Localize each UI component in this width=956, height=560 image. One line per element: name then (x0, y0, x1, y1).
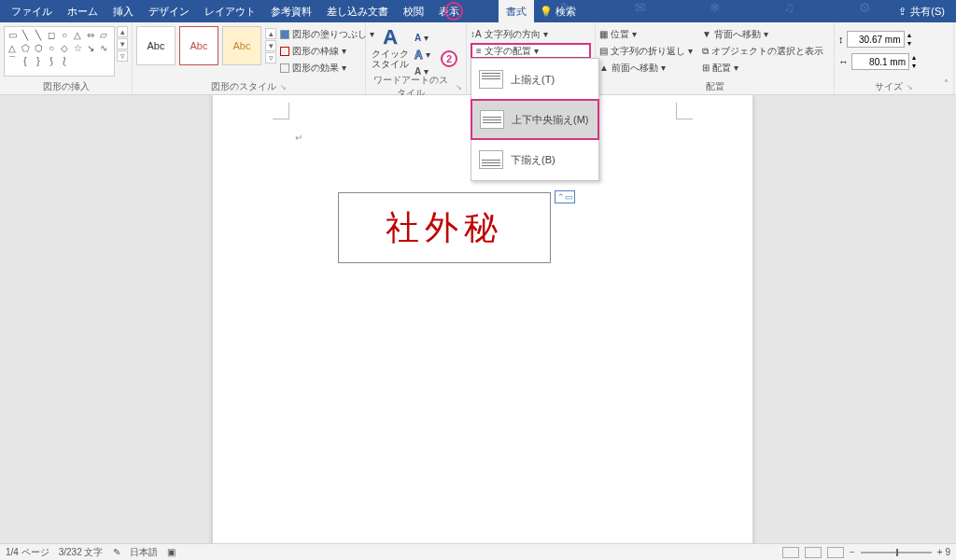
margin-corner-tr (676, 103, 693, 119)
share-button[interactable]: ⇪共有(S) (898, 0, 945, 22)
position-button[interactable]: ▦ 位置 ▾ (599, 26, 693, 42)
shape-effects-button[interactable]: 図形の効果 ▾ (278, 60, 376, 76)
word-count[interactable]: 3/232 文字 (59, 546, 104, 559)
zoom-slider[interactable] (861, 552, 932, 553)
tell-me-search[interactable]: 💡検索 (540, 0, 576, 22)
shape-style-gallery[interactable]: Abc Abc Abc ▴▾▿ (136, 26, 276, 65)
text-direction-button[interactable]: ↕A文字列の方向 ▾ (471, 26, 591, 42)
align-top-icon (479, 70, 503, 89)
tab-help[interactable] (467, 0, 499, 22)
language-status[interactable]: 日本語 (130, 546, 158, 559)
style-preset-2[interactable]: Abc (179, 26, 218, 65)
wordart-a-icon: A (383, 26, 398, 49)
spellcheck-icon[interactable]: ✎ (113, 547, 120, 557)
align-objects-button[interactable]: ⊞ 配置 ▾ (702, 60, 823, 76)
zoom-out-button[interactable]: − (850, 547, 855, 557)
align-bottom-icon (479, 150, 503, 169)
tab-references[interactable]: 参考資料 (263, 0, 319, 22)
collapse-ribbon-icon[interactable]: ˄ (939, 77, 952, 90)
tab-review[interactable]: 校閲 (396, 0, 431, 22)
text-align-dropdown[interactable]: ≡文字の配置 ▾ (471, 43, 591, 59)
shape-fill-button[interactable]: 図形の塗りつぶし ▾ (278, 26, 376, 42)
send-backward-button[interactable]: ▼ 背面へ移動 ▾ (702, 26, 823, 42)
view-web-icon[interactable] (827, 547, 844, 558)
ribbon-tabs: ✎✉❄♫⚙ ファイル ホーム 挿入 デザイン レイアウト 参考資料 差し込み文書… (0, 0, 956, 22)
align-middle-icon (480, 110, 504, 129)
dialog-launcher-icon[interactable]: ↘ (280, 83, 287, 91)
status-bar: 1/4 ページ 3/232 文字 ✎ 日本語 ▣ − + 9 (0, 543, 956, 560)
text-outline-button[interactable]: A ▾ (413, 47, 432, 63)
paragraph-mark: ↵ (295, 133, 302, 143)
bring-forward-button[interactable]: ▲ 前面へ移動 ▾ (599, 60, 693, 76)
tab-insert[interactable]: 挿入 (105, 0, 141, 22)
height-input-row: ↕ ▴▾ (838, 30, 911, 49)
macro-icon[interactable]: ▣ (167, 547, 176, 557)
style-preset-1[interactable]: Abc (136, 26, 176, 65)
tab-layout[interactable]: レイアウト (197, 0, 263, 22)
callout-1: 1 (444, 2, 463, 21)
zoom-label[interactable]: + 9 (937, 547, 950, 557)
group-insert-shapes: ▭╲╲◻○△⇔ ▱△⬠⬡○◇☆ ↘∿⌒{}⟆⟅ ▴▾▿ 図形の挿入 (0, 22, 133, 94)
align-bottom-item[interactable]: 下揃え(B) (471, 139, 598, 180)
width-icon: ↔ (838, 56, 849, 67)
wordart-quickstyle-button[interactable]: A クイック スタイル (370, 26, 411, 69)
width-input[interactable] (851, 53, 909, 70)
tab-format[interactable]: 書式 (499, 0, 534, 22)
group-wordart-styles: A クイック スタイル A ▾ A ▾ A ▾ 2 ワードアートのスタイル↘ (366, 22, 467, 94)
wrap-text-button[interactable]: ▤ 文字列の折り返し ▾ (599, 43, 693, 59)
style-gallery-scroll[interactable]: ▴▾▿ (265, 28, 276, 63)
lightbulb-icon: 💡 (540, 6, 553, 18)
style-preset-3[interactable]: Abc (222, 26, 261, 65)
group-size: ↕ ▴▾ ↔ ▴▾ サイズ↘ (835, 22, 954, 94)
dialog-launcher-icon[interactable]: ↘ (907, 83, 913, 91)
align-top-item[interactable]: 上揃え(T) (471, 59, 598, 100)
width-input-row: ↔ ▴▾ (838, 52, 916, 71)
textbox-shape[interactable]: 社外秘 (338, 192, 551, 263)
tab-home[interactable]: ホーム (60, 0, 105, 22)
height-icon: ↕ (838, 34, 844, 45)
margin-corner-tl (273, 103, 289, 119)
text-direction-icon: ↕A (471, 29, 482, 39)
text-fill-button[interactable]: A ▾ (413, 30, 432, 46)
layout-options-icon[interactable]: ⌃▭ (555, 190, 575, 203)
shapes-gallery-scroll[interactable]: ▴▾▿ (117, 26, 128, 62)
view-read-icon[interactable] (782, 547, 799, 558)
tab-file[interactable]: ファイル (4, 0, 60, 22)
align-middle-item[interactable]: 上下中央揃え(M) (471, 99, 599, 140)
dialog-launcher-icon[interactable]: ↘ (456, 83, 462, 91)
align-icon: ≡ (476, 46, 482, 56)
page-count[interactable]: 1/4 ページ (6, 546, 49, 559)
group-shape-styles: Abc Abc Abc ▴▾▿ 図形の塗りつぶし ▾ 図形の枠線 ▾ 図形の効果… (133, 22, 366, 94)
selection-pane-button[interactable]: ⧉ オブジェクトの選択と表示 (702, 43, 823, 59)
shapes-gallery[interactable]: ▭╲╲◻○△⇔ ▱△⬠⬡○◇☆ ↘∿⌒{}⟆⟅ (4, 26, 115, 77)
tab-mailings[interactable]: 差し込み文書 (319, 0, 396, 22)
tab-design[interactable]: デザイン (141, 0, 197, 22)
group-arrange: ▦ 位置 ▾ ▤ 文字列の折り返し ▾ ▲ 前面へ移動 ▾ ▼ 背面へ移動 ▾ … (596, 22, 835, 94)
height-input[interactable] (847, 31, 905, 48)
share-icon: ⇪ (898, 6, 907, 18)
view-print-icon[interactable] (805, 547, 822, 558)
shape-outline-button[interactable]: 図形の枠線 ▾ (278, 43, 376, 59)
callout-2: 2 (441, 50, 457, 67)
text-align-menu: 上揃え(T) 上下中央揃え(M) 下揃え(B) (471, 58, 599, 181)
